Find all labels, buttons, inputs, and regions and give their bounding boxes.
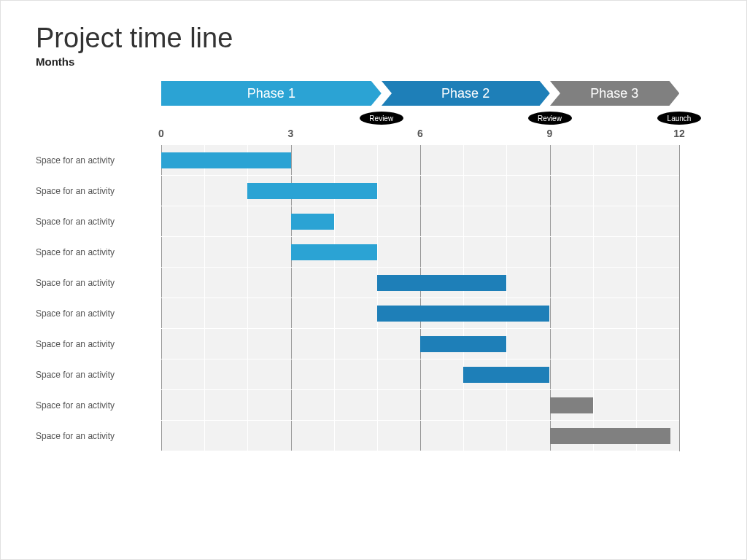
axis-tick: 3 bbox=[288, 128, 294, 139]
page-title: Project time line bbox=[36, 23, 711, 54]
axis-tick: 9 bbox=[547, 128, 553, 139]
gantt-row: Space for an activity bbox=[161, 176, 679, 206]
axis-tick: 6 bbox=[417, 128, 423, 139]
axis-tick: 0 bbox=[158, 128, 164, 139]
gantt-row: Space for an activity bbox=[161, 268, 679, 298]
gantt-row: Space for an activity bbox=[161, 421, 679, 451]
gantt-bar bbox=[550, 397, 593, 413]
activity-label: Space for an activity bbox=[36, 155, 151, 166]
activity-label: Space for an activity bbox=[36, 278, 151, 288]
milestone-badge: Launch bbox=[657, 112, 701, 125]
activity-label: Space for an activity bbox=[36, 370, 151, 380]
milestone-badge: Review bbox=[360, 112, 403, 125]
activity-label: Space for an activity bbox=[36, 431, 151, 441]
activity-label: Space for an activity bbox=[36, 247, 151, 257]
gantt-row: Space for an activity bbox=[161, 206, 679, 237]
gantt-row: Space for an activity bbox=[161, 329, 679, 359]
gantt-bar bbox=[420, 336, 506, 352]
milestone-badge: Review bbox=[528, 112, 572, 125]
gantt-bar bbox=[377, 275, 507, 291]
phase-header: Phase 1 bbox=[161, 81, 382, 106]
activity-label: Space for an activity bbox=[36, 217, 151, 227]
gantt-row: Space for an activity bbox=[161, 298, 679, 329]
gantt-bar bbox=[463, 367, 549, 383]
milestone-row: ReviewReviewLaunch bbox=[161, 112, 679, 126]
phase-header: Phase 2 bbox=[382, 81, 550, 106]
gridline bbox=[679, 145, 680, 451]
page-subtitle: Months bbox=[36, 55, 711, 68]
gantt-bar bbox=[377, 306, 550, 322]
gantt-bar bbox=[291, 244, 377, 260]
gantt-bar bbox=[291, 214, 334, 230]
phase-header-row: Phase 1Phase 2Phase 3 bbox=[161, 81, 679, 106]
axis-ticks: 036912 bbox=[161, 128, 679, 144]
activity-label: Space for an activity bbox=[36, 308, 151, 319]
gantt-row: Space for an activity bbox=[161, 359, 679, 390]
activity-label: Space for an activity bbox=[36, 339, 151, 349]
gantt-plot: Space for an activitySpace for an activi… bbox=[161, 145, 679, 451]
axis-tick: 12 bbox=[673, 128, 685, 139]
activity-label: Space for an activity bbox=[36, 186, 151, 196]
row-separator bbox=[161, 451, 679, 451]
phase-header: Phase 3 bbox=[550, 81, 680, 106]
gantt-bar bbox=[161, 152, 291, 168]
gantt-row: Space for an activity bbox=[161, 237, 679, 268]
gantt-bar bbox=[550, 428, 671, 444]
gantt-row: Space for an activity bbox=[161, 145, 679, 176]
activity-label: Space for an activity bbox=[36, 400, 151, 411]
gantt-bar bbox=[247, 183, 377, 199]
gantt-row: Space for an activity bbox=[161, 390, 679, 421]
